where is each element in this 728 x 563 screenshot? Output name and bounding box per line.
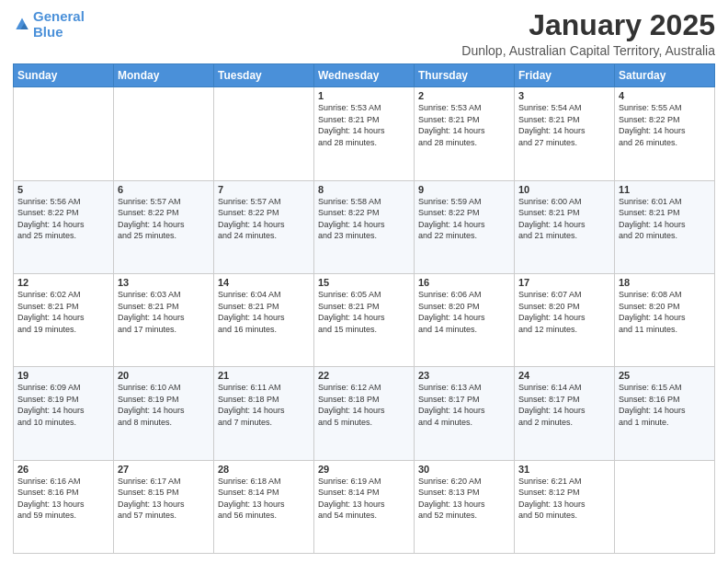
day-number: 3 [518,90,610,101]
day-number: 14 [218,277,310,288]
day-number: 9 [418,184,510,195]
calendar-subtitle: Dunlop, Australian Capital Territory, Au… [461,43,715,58]
day-number: 6 [118,184,210,195]
day-info: Sunrise: 5:58 AM Sunset: 8:22 PM Dayligh… [318,196,410,242]
day-info: Sunrise: 5:55 AM Sunset: 8:22 PM Dayligh… [619,102,711,148]
day-number: 26 [17,464,109,475]
calendar-day-cell: 15Sunrise: 6:05 AM Sunset: 8:21 PM Dayli… [314,273,415,366]
day-info: Sunrise: 5:56 AM Sunset: 8:22 PM Dayligh… [17,196,109,242]
day-info: Sunrise: 5:53 AM Sunset: 8:21 PM Dayligh… [418,102,510,148]
day-number: 19 [17,370,109,381]
day-info: Sunrise: 6:13 AM Sunset: 8:17 PM Dayligh… [418,382,510,428]
calendar-day-cell: 19Sunrise: 6:09 AM Sunset: 8:19 PM Dayli… [14,367,114,460]
calendar-day-cell [14,87,114,180]
day-number: 24 [518,370,610,381]
calendar-body: 1Sunrise: 5:53 AM Sunset: 8:21 PM Daylig… [14,87,715,554]
calendar-day-cell: 22Sunrise: 6:12 AM Sunset: 8:18 PM Dayli… [314,367,415,460]
calendar-title: January 2025 [461,9,715,41]
calendar-day-cell: 9Sunrise: 5:59 AM Sunset: 8:22 PM Daylig… [415,180,515,273]
weekday-header-cell: Monday [114,64,214,87]
page: General Blue January 2025 Dunlop, Austra… [0,0,728,563]
calendar-day-cell: 11Sunrise: 6:01 AM Sunset: 8:21 PM Dayli… [615,180,715,273]
calendar-day-cell: 21Sunrise: 6:11 AM Sunset: 8:18 PM Dayli… [214,367,314,460]
day-info: Sunrise: 5:54 AM Sunset: 8:21 PM Dayligh… [518,102,610,148]
day-info: Sunrise: 6:07 AM Sunset: 8:20 PM Dayligh… [518,289,610,335]
day-info: Sunrise: 6:04 AM Sunset: 8:21 PM Dayligh… [218,289,310,335]
calendar-day-cell: 25Sunrise: 6:15 AM Sunset: 8:16 PM Dayli… [615,367,715,460]
day-number: 21 [218,370,310,381]
day-number: 16 [418,277,510,288]
weekday-header-cell: Wednesday [314,64,415,87]
day-info: Sunrise: 5:57 AM Sunset: 8:22 PM Dayligh… [118,196,210,242]
calendar-week-row: 26Sunrise: 6:16 AM Sunset: 8:16 PM Dayli… [14,460,715,553]
day-info: Sunrise: 6:02 AM Sunset: 8:21 PM Dayligh… [17,289,109,335]
day-info: Sunrise: 6:06 AM Sunset: 8:20 PM Dayligh… [418,289,510,335]
logo-line2: Blue [33,25,85,40]
logo-line1: General [33,8,85,24]
day-info: Sunrise: 6:09 AM Sunset: 8:19 PM Dayligh… [17,382,109,428]
day-info: Sunrise: 5:57 AM Sunset: 8:22 PM Dayligh… [218,196,310,242]
logo-text: General Blue [33,9,85,40]
day-info: Sunrise: 6:18 AM Sunset: 8:14 PM Dayligh… [218,476,310,522]
day-number: 22 [318,370,410,381]
day-number: 31 [518,464,610,475]
day-number: 17 [518,277,610,288]
weekday-header-cell: Sunday [14,64,114,87]
title-block: January 2025 Dunlop, Australian Capital … [461,9,715,58]
calendar-day-cell: 7Sunrise: 5:57 AM Sunset: 8:22 PM Daylig… [214,180,314,273]
logo: General Blue [13,9,85,40]
calendar-week-row: 5Sunrise: 5:56 AM Sunset: 8:22 PM Daylig… [14,180,715,273]
calendar-day-cell: 3Sunrise: 5:54 AM Sunset: 8:21 PM Daylig… [515,87,615,180]
day-number: 7 [218,184,310,195]
day-info: Sunrise: 6:14 AM Sunset: 8:17 PM Dayligh… [518,382,610,428]
weekday-header-row: SundayMondayTuesdayWednesdayThursdayFrid… [14,64,715,87]
day-number: 12 [17,277,109,288]
calendar-day-cell: 27Sunrise: 6:17 AM Sunset: 8:15 PM Dayli… [114,460,214,553]
day-info: Sunrise: 6:19 AM Sunset: 8:14 PM Dayligh… [318,476,410,522]
day-number: 27 [118,464,210,475]
calendar-day-cell: 1Sunrise: 5:53 AM Sunset: 8:21 PM Daylig… [314,87,415,180]
day-number: 8 [318,184,410,195]
day-number: 11 [619,184,711,195]
day-number: 29 [318,464,410,475]
day-info: Sunrise: 6:12 AM Sunset: 8:18 PM Dayligh… [318,382,410,428]
calendar-day-cell: 2Sunrise: 5:53 AM Sunset: 8:21 PM Daylig… [415,87,515,180]
day-info: Sunrise: 6:00 AM Sunset: 8:21 PM Dayligh… [518,196,610,242]
calendar-day-cell: 26Sunrise: 6:16 AM Sunset: 8:16 PM Dayli… [14,460,114,553]
calendar-week-row: 1Sunrise: 5:53 AM Sunset: 8:21 PM Daylig… [14,87,715,180]
day-number: 5 [17,184,109,195]
day-info: Sunrise: 6:05 AM Sunset: 8:21 PM Dayligh… [318,289,410,335]
day-info: Sunrise: 6:17 AM Sunset: 8:15 PM Dayligh… [118,476,210,522]
day-number: 23 [418,370,510,381]
day-info: Sunrise: 6:03 AM Sunset: 8:21 PM Dayligh… [118,289,210,335]
day-info: Sunrise: 6:10 AM Sunset: 8:19 PM Dayligh… [118,382,210,428]
day-number: 10 [518,184,610,195]
calendar-day-cell: 17Sunrise: 6:07 AM Sunset: 8:20 PM Dayli… [515,273,615,366]
day-number: 30 [418,464,510,475]
calendar-day-cell: 5Sunrise: 5:56 AM Sunset: 8:22 PM Daylig… [14,180,114,273]
calendar-day-cell [114,87,214,180]
day-number: 15 [318,277,410,288]
calendar-day-cell: 18Sunrise: 6:08 AM Sunset: 8:20 PM Dayli… [615,273,715,366]
weekday-header-cell: Friday [515,64,615,87]
calendar-day-cell: 10Sunrise: 6:00 AM Sunset: 8:21 PM Dayli… [515,180,615,273]
calendar-day-cell: 30Sunrise: 6:20 AM Sunset: 8:13 PM Dayli… [415,460,515,553]
logo-icon [13,16,31,34]
calendar-day-cell: 29Sunrise: 6:19 AM Sunset: 8:14 PM Dayli… [314,460,415,553]
calendar-day-cell [615,460,715,553]
calendar-day-cell: 8Sunrise: 5:58 AM Sunset: 8:22 PM Daylig… [314,180,415,273]
day-info: Sunrise: 6:01 AM Sunset: 8:21 PM Dayligh… [619,196,711,242]
header: General Blue January 2025 Dunlop, Austra… [13,9,715,58]
calendar-day-cell: 13Sunrise: 6:03 AM Sunset: 8:21 PM Dayli… [114,273,214,366]
day-info: Sunrise: 6:16 AM Sunset: 8:16 PM Dayligh… [17,476,109,522]
day-number: 28 [218,464,310,475]
calendar-day-cell: 28Sunrise: 6:18 AM Sunset: 8:14 PM Dayli… [214,460,314,553]
day-info: Sunrise: 6:15 AM Sunset: 8:16 PM Dayligh… [619,382,711,428]
day-info: Sunrise: 6:20 AM Sunset: 8:13 PM Dayligh… [418,476,510,522]
calendar-day-cell [214,87,314,180]
day-info: Sunrise: 6:08 AM Sunset: 8:20 PM Dayligh… [619,289,711,335]
calendar-day-cell: 14Sunrise: 6:04 AM Sunset: 8:21 PM Dayli… [214,273,314,366]
day-number: 25 [619,370,711,381]
calendar-week-row: 19Sunrise: 6:09 AM Sunset: 8:19 PM Dayli… [14,367,715,460]
weekday-header-cell: Thursday [415,64,515,87]
